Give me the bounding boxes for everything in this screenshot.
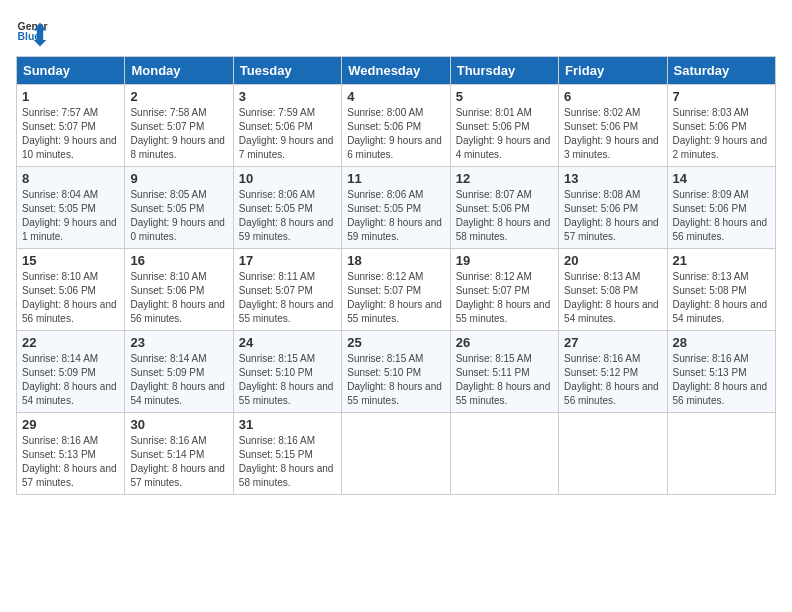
- day-number: 30: [130, 417, 227, 432]
- day-info: Sunrise: 8:16 AMSunset: 5:13 PMDaylight:…: [673, 353, 768, 406]
- day-number: 15: [22, 253, 119, 268]
- logo: General Blue: [16, 16, 52, 48]
- day-number: 22: [22, 335, 119, 350]
- day-cell: 11 Sunrise: 8:06 AMSunset: 5:05 PMDaylig…: [342, 167, 450, 249]
- day-cell: [559, 413, 667, 495]
- week-row-5: 29 Sunrise: 8:16 AMSunset: 5:13 PMDaylig…: [17, 413, 776, 495]
- day-number: 1: [22, 89, 119, 104]
- day-cell: 20 Sunrise: 8:13 AMSunset: 5:08 PMDaylig…: [559, 249, 667, 331]
- day-info: Sunrise: 8:16 AMSunset: 5:13 PMDaylight:…: [22, 435, 117, 488]
- day-info: Sunrise: 8:04 AMSunset: 5:05 PMDaylight:…: [22, 189, 117, 242]
- day-info: Sunrise: 8:03 AMSunset: 5:06 PMDaylight:…: [673, 107, 768, 160]
- week-row-2: 8 Sunrise: 8:04 AMSunset: 5:05 PMDayligh…: [17, 167, 776, 249]
- day-cell: 24 Sunrise: 8:15 AMSunset: 5:10 PMDaylig…: [233, 331, 341, 413]
- day-info: Sunrise: 8:15 AMSunset: 5:11 PMDaylight:…: [456, 353, 551, 406]
- day-cell: 2 Sunrise: 7:58 AMSunset: 5:07 PMDayligh…: [125, 85, 233, 167]
- day-cell: 9 Sunrise: 8:05 AMSunset: 5:05 PMDayligh…: [125, 167, 233, 249]
- day-cell: [667, 413, 775, 495]
- day-cell: 10 Sunrise: 8:06 AMSunset: 5:05 PMDaylig…: [233, 167, 341, 249]
- day-cell: 3 Sunrise: 7:59 AMSunset: 5:06 PMDayligh…: [233, 85, 341, 167]
- day-number: 14: [673, 171, 770, 186]
- day-cell: 7 Sunrise: 8:03 AMSunset: 5:06 PMDayligh…: [667, 85, 775, 167]
- day-number: 28: [673, 335, 770, 350]
- day-info: Sunrise: 8:13 AMSunset: 5:08 PMDaylight:…: [564, 271, 659, 324]
- day-number: 27: [564, 335, 661, 350]
- day-header-thursday: Thursday: [450, 57, 558, 85]
- day-cell: [342, 413, 450, 495]
- day-cell: 16 Sunrise: 8:10 AMSunset: 5:06 PMDaylig…: [125, 249, 233, 331]
- day-number: 19: [456, 253, 553, 268]
- day-number: 12: [456, 171, 553, 186]
- day-info: Sunrise: 7:58 AMSunset: 5:07 PMDaylight:…: [130, 107, 225, 160]
- day-number: 9: [130, 171, 227, 186]
- day-info: Sunrise: 8:00 AMSunset: 5:06 PMDaylight:…: [347, 107, 442, 160]
- day-info: Sunrise: 8:15 AMSunset: 5:10 PMDaylight:…: [239, 353, 334, 406]
- day-cell: 5 Sunrise: 8:01 AMSunset: 5:06 PMDayligh…: [450, 85, 558, 167]
- day-cell: 21 Sunrise: 8:13 AMSunset: 5:08 PMDaylig…: [667, 249, 775, 331]
- day-cell: 13 Sunrise: 8:08 AMSunset: 5:06 PMDaylig…: [559, 167, 667, 249]
- day-info: Sunrise: 8:15 AMSunset: 5:10 PMDaylight:…: [347, 353, 442, 406]
- day-info: Sunrise: 8:02 AMSunset: 5:06 PMDaylight:…: [564, 107, 659, 160]
- day-cell: 1 Sunrise: 7:57 AMSunset: 5:07 PMDayligh…: [17, 85, 125, 167]
- day-number: 4: [347, 89, 444, 104]
- day-header-friday: Friday: [559, 57, 667, 85]
- day-number: 23: [130, 335, 227, 350]
- day-info: Sunrise: 8:10 AMSunset: 5:06 PMDaylight:…: [130, 271, 225, 324]
- day-number: 24: [239, 335, 336, 350]
- day-info: Sunrise: 8:13 AMSunset: 5:08 PMDaylight:…: [673, 271, 768, 324]
- week-row-4: 22 Sunrise: 8:14 AMSunset: 5:09 PMDaylig…: [17, 331, 776, 413]
- page-header: General Blue: [16, 16, 776, 48]
- day-cell: 23 Sunrise: 8:14 AMSunset: 5:09 PMDaylig…: [125, 331, 233, 413]
- day-number: 29: [22, 417, 119, 432]
- day-cell: 12 Sunrise: 8:07 AMSunset: 5:06 PMDaylig…: [450, 167, 558, 249]
- day-number: 11: [347, 171, 444, 186]
- day-cell: 19 Sunrise: 8:12 AMSunset: 5:07 PMDaylig…: [450, 249, 558, 331]
- day-cell: 26 Sunrise: 8:15 AMSunset: 5:11 PMDaylig…: [450, 331, 558, 413]
- day-number: 6: [564, 89, 661, 104]
- day-number: 18: [347, 253, 444, 268]
- day-number: 17: [239, 253, 336, 268]
- week-row-3: 15 Sunrise: 8:10 AMSunset: 5:06 PMDaylig…: [17, 249, 776, 331]
- day-cell: 14 Sunrise: 8:09 AMSunset: 5:06 PMDaylig…: [667, 167, 775, 249]
- day-cell: 15 Sunrise: 8:10 AMSunset: 5:06 PMDaylig…: [17, 249, 125, 331]
- day-header-wednesday: Wednesday: [342, 57, 450, 85]
- logo-icon: General Blue: [16, 16, 48, 48]
- day-cell: 25 Sunrise: 8:15 AMSunset: 5:10 PMDaylig…: [342, 331, 450, 413]
- day-info: Sunrise: 7:57 AMSunset: 5:07 PMDaylight:…: [22, 107, 117, 160]
- header-row: SundayMondayTuesdayWednesdayThursdayFrid…: [17, 57, 776, 85]
- day-info: Sunrise: 8:07 AMSunset: 5:06 PMDaylight:…: [456, 189, 551, 242]
- day-number: 16: [130, 253, 227, 268]
- day-header-sunday: Sunday: [17, 57, 125, 85]
- day-cell: 22 Sunrise: 8:14 AMSunset: 5:09 PMDaylig…: [17, 331, 125, 413]
- day-cell: 6 Sunrise: 8:02 AMSunset: 5:06 PMDayligh…: [559, 85, 667, 167]
- day-cell: 8 Sunrise: 8:04 AMSunset: 5:05 PMDayligh…: [17, 167, 125, 249]
- day-header-tuesday: Tuesday: [233, 57, 341, 85]
- day-cell: 4 Sunrise: 8:00 AMSunset: 5:06 PMDayligh…: [342, 85, 450, 167]
- calendar-table: SundayMondayTuesdayWednesdayThursdayFrid…: [16, 56, 776, 495]
- day-info: Sunrise: 7:59 AMSunset: 5:06 PMDaylight:…: [239, 107, 334, 160]
- day-cell: 30 Sunrise: 8:16 AMSunset: 5:14 PMDaylig…: [125, 413, 233, 495]
- day-info: Sunrise: 8:16 AMSunset: 5:14 PMDaylight:…: [130, 435, 225, 488]
- day-number: 2: [130, 89, 227, 104]
- day-cell: 29 Sunrise: 8:16 AMSunset: 5:13 PMDaylig…: [17, 413, 125, 495]
- day-cell: 27 Sunrise: 8:16 AMSunset: 5:12 PMDaylig…: [559, 331, 667, 413]
- day-info: Sunrise: 8:11 AMSunset: 5:07 PMDaylight:…: [239, 271, 334, 324]
- day-cell: [450, 413, 558, 495]
- day-info: Sunrise: 8:08 AMSunset: 5:06 PMDaylight:…: [564, 189, 659, 242]
- day-number: 5: [456, 89, 553, 104]
- day-cell: 17 Sunrise: 8:11 AMSunset: 5:07 PMDaylig…: [233, 249, 341, 331]
- day-info: Sunrise: 8:12 AMSunset: 5:07 PMDaylight:…: [456, 271, 551, 324]
- day-info: Sunrise: 8:05 AMSunset: 5:05 PMDaylight:…: [130, 189, 225, 242]
- day-cell: 31 Sunrise: 8:16 AMSunset: 5:15 PMDaylig…: [233, 413, 341, 495]
- day-number: 13: [564, 171, 661, 186]
- day-info: Sunrise: 8:06 AMSunset: 5:05 PMDaylight:…: [347, 189, 442, 242]
- day-info: Sunrise: 8:01 AMSunset: 5:06 PMDaylight:…: [456, 107, 551, 160]
- day-cell: 18 Sunrise: 8:12 AMSunset: 5:07 PMDaylig…: [342, 249, 450, 331]
- day-header-monday: Monday: [125, 57, 233, 85]
- day-number: 3: [239, 89, 336, 104]
- day-info: Sunrise: 8:09 AMSunset: 5:06 PMDaylight:…: [673, 189, 768, 242]
- day-number: 8: [22, 171, 119, 186]
- day-number: 20: [564, 253, 661, 268]
- day-info: Sunrise: 8:16 AMSunset: 5:12 PMDaylight:…: [564, 353, 659, 406]
- day-info: Sunrise: 8:06 AMSunset: 5:05 PMDaylight:…: [239, 189, 334, 242]
